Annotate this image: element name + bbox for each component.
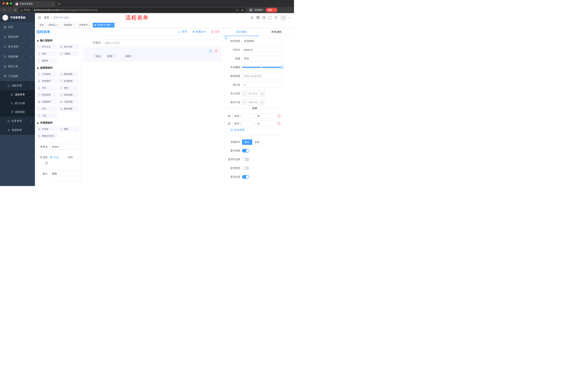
clear-button[interactable]: 清空 bbox=[211, 30, 220, 33]
sidebar-item-task-management[interactable]: 任务管理 bbox=[0, 117, 35, 126]
component-time-range[interactable]: ◶时间范围 bbox=[58, 92, 79, 97]
font-size-icon[interactable] bbox=[274, 16, 278, 19]
sidebar-item-payment[interactable]: 支付管理 bbox=[0, 42, 35, 52]
avatar[interactable] bbox=[280, 15, 286, 21]
default-value-input[interactable] bbox=[242, 82, 282, 88]
component-slider[interactable]: ↔滑块 bbox=[58, 85, 79, 91]
component-table-dev[interactable]: ⊞表格[开发中] bbox=[36, 133, 57, 139]
show-label-switch[interactable] bbox=[242, 149, 249, 152]
status-off-radio[interactable]: 关闭 bbox=[64, 154, 73, 160]
disabled-switch[interactable] bbox=[242, 166, 249, 170]
sidebar-item-workflow[interactable]: 工作流程 bbox=[0, 71, 35, 81]
sidebar-item-process-model[interactable]: 流程模型 bbox=[0, 108, 35, 117]
component-checkbox-group[interactable]: ☑多选框组 bbox=[58, 78, 79, 84]
label-width-input[interactable] bbox=[242, 73, 282, 79]
component-counter[interactable]: 123计数器 bbox=[58, 51, 79, 56]
phone-input[interactable] bbox=[103, 40, 221, 46]
remove-option-icon[interactable] bbox=[277, 122, 281, 125]
security-badge[interactable]: 不安全 bbox=[20, 9, 31, 12]
tab-component-props[interactable]: 组件属性 bbox=[224, 28, 259, 36]
plus-button[interactable]: + bbox=[260, 100, 264, 105]
slider-handle[interactable] bbox=[281, 66, 284, 69]
required-switch[interactable] bbox=[242, 175, 249, 179]
close-icon[interactable]: × bbox=[112, 24, 113, 26]
form-name-input[interactable] bbox=[50, 144, 79, 149]
hamburger-icon[interactable] bbox=[35, 13, 44, 22]
drag-handle-icon[interactable] bbox=[228, 122, 231, 125]
component-cascader[interactable]: ⋔级联选择 bbox=[58, 71, 79, 77]
sidebar-item-system[interactable]: 系统管理 bbox=[0, 32, 35, 42]
help-icon[interactable] bbox=[262, 16, 266, 19]
sidebar-item-user-group[interactable]: 用户分组 bbox=[0, 99, 35, 108]
tag-process-model[interactable]: 流程模型× bbox=[62, 23, 76, 28]
component-password[interactable]: ⊟密码 bbox=[36, 51, 57, 56]
canvas-field-gender-selected[interactable]: *性别 选项一 选项二 bbox=[83, 47, 221, 62]
window-close-button[interactable] bbox=[2, 2, 5, 5]
github-icon[interactable] bbox=[256, 16, 260, 19]
back-button[interactable] bbox=[2, 8, 7, 12]
copy-widget-button[interactable] bbox=[209, 49, 212, 53]
tag-process-form-edit[interactable]: 流程表单-编辑× bbox=[93, 23, 115, 28]
status-on-radio[interactable]: 开启 bbox=[50, 154, 59, 160]
gender-option-1-checkbox[interactable]: 选项一 bbox=[103, 55, 115, 58]
search-icon[interactable] bbox=[250, 16, 254, 19]
component-type-select[interactable]: 多选框组 bbox=[242, 38, 282, 44]
title-input[interactable] bbox=[242, 56, 282, 62]
border-switch[interactable] bbox=[242, 158, 249, 161]
style-default-button[interactable]: 默认 bbox=[242, 139, 252, 145]
component-row-container[interactable]: ▥行容器 bbox=[36, 126, 57, 132]
component-time-picker[interactable]: ◷时间选择 bbox=[36, 92, 57, 97]
fullscreen-icon[interactable] bbox=[268, 16, 272, 19]
canvas-field-phone[interactable]: *手机号 bbox=[83, 40, 221, 46]
browser-tab[interactable]: 芋道管理系统 × bbox=[14, 1, 55, 7]
sidebar-item-devtools[interactable]: 研发工具 bbox=[0, 62, 35, 71]
option-2-label-input[interactable] bbox=[232, 121, 254, 126]
link-icon[interactable] bbox=[224, 36, 228, 40]
component-editor[interactable]: ▱编辑器 bbox=[36, 58, 57, 63]
plus-button[interactable]: + bbox=[260, 91, 264, 96]
close-icon[interactable]: × bbox=[73, 24, 75, 26]
form-canvas[interactable]: *手机号 *性别 选项一 bbox=[81, 36, 224, 186]
tab-close-icon[interactable]: × bbox=[52, 3, 53, 5]
component-multi-line-text[interactable]: ▤多行文本 bbox=[58, 44, 79, 50]
close-icon[interactable]: × bbox=[58, 24, 59, 26]
minus-button[interactable]: − bbox=[242, 91, 247, 96]
tag-process-definition[interactable]: 流程定义× bbox=[47, 23, 61, 28]
browser-menu-icon[interactable]: ⋮ bbox=[274, 9, 276, 11]
tab-form-props[interactable]: 表单属性 bbox=[259, 28, 294, 36]
component-date-range[interactable]: ▧日期范围 bbox=[58, 99, 79, 105]
option-1-label-input[interactable] bbox=[232, 113, 254, 119]
window-zoom-button[interactable] bbox=[10, 2, 12, 5]
component-upload[interactable]: ↥上传 bbox=[36, 113, 57, 118]
forward-button[interactable] bbox=[7, 8, 12, 12]
component-rate[interactable]: ☆评分 bbox=[36, 106, 57, 111]
sidebar-item-home[interactable]: 首页 bbox=[0, 22, 35, 32]
sidebar-item-leave-query[interactable]: 请假查询 bbox=[0, 126, 35, 135]
component-date-picker[interactable]: ▦日期选择 bbox=[36, 99, 57, 105]
option-1-value-input[interactable] bbox=[255, 113, 276, 119]
new-tab-button[interactable]: + bbox=[57, 1, 62, 6]
minus-button[interactable]: − bbox=[242, 100, 247, 105]
component-radio-group[interactable]: ◉单选框组 bbox=[36, 78, 57, 84]
component-switch[interactable]: ◐开关 bbox=[36, 85, 57, 91]
max-checked-value[interactable]: 最多可选 bbox=[247, 100, 260, 105]
save-button[interactable]: 保存 bbox=[178, 30, 187, 33]
component-select[interactable]: ◎下拉选择 bbox=[36, 71, 57, 77]
add-option-button[interactable]: 添加选项 bbox=[230, 128, 244, 132]
component-color-picker[interactable]: ◑颜色选择 bbox=[58, 106, 79, 111]
sidebar-item-infrastructure[interactable]: 基础设施 bbox=[0, 52, 35, 62]
sidebar-item-process-management[interactable]: 流程管理 bbox=[0, 81, 35, 90]
option-2-value-input[interactable] bbox=[255, 121, 276, 126]
breadcrumb-home[interactable]: 首页 bbox=[44, 16, 49, 19]
caret-down-icon[interactable] bbox=[288, 16, 292, 19]
field-name-input[interactable] bbox=[242, 47, 282, 53]
view-json-button[interactable]: 查看json bbox=[192, 30, 206, 33]
window-minimize-button[interactable] bbox=[6, 2, 8, 5]
component-button[interactable]: ⊡按钮 bbox=[58, 126, 79, 132]
browser-update-button[interactable]: 更新 ⋮ bbox=[266, 8, 277, 12]
slider-track[interactable] bbox=[242, 67, 282, 68]
tag-home[interactable]: 首页 bbox=[38, 23, 45, 28]
bookmark-star-icon[interactable] bbox=[241, 9, 244, 11]
delete-widget-button[interactable] bbox=[214, 49, 218, 53]
tag-process-form[interactable]: 流程表单× bbox=[77, 23, 92, 28]
